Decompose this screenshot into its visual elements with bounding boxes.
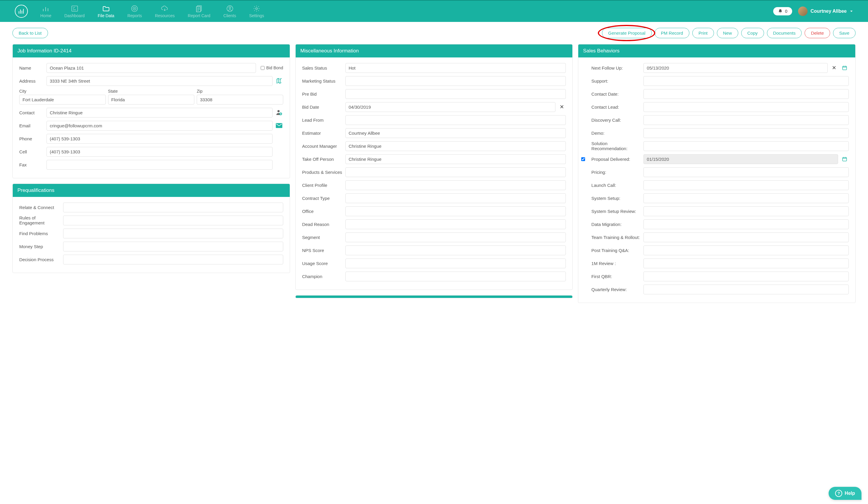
office-input[interactable] bbox=[345, 207, 566, 216]
svg-rect-13 bbox=[843, 66, 847, 70]
training-label: Team Training & Rollout: bbox=[591, 235, 641, 240]
phone-input[interactable] bbox=[46, 134, 272, 144]
training-input[interactable] bbox=[643, 232, 849, 242]
nav-resources[interactable]: Resources bbox=[148, 0, 181, 22]
biddate-input[interactable] bbox=[345, 102, 556, 112]
bid-bond-checkbox-wrap[interactable]: Bid Bond bbox=[261, 65, 283, 70]
job-info-card: Job Information ID-2414 Name Bid Bond Ad… bbox=[12, 44, 290, 178]
systemsetup-input[interactable] bbox=[643, 193, 849, 203]
delete-button[interactable]: Delete bbox=[805, 28, 830, 38]
quarterly-input[interactable] bbox=[643, 285, 849, 294]
postqa-input[interactable] bbox=[643, 245, 849, 255]
support-input[interactable] bbox=[643, 76, 849, 86]
preq-label: Rules of Engagement bbox=[19, 215, 61, 225]
generate-proposal-button[interactable]: Generate Proposal bbox=[602, 28, 652, 38]
proposal-label: Proposal Delivered: bbox=[591, 157, 641, 162]
launch-input[interactable] bbox=[643, 180, 849, 190]
copy-button[interactable]: Copy bbox=[741, 28, 764, 38]
documents-icon bbox=[195, 4, 203, 13]
solution-label: Solution Recommendation: bbox=[591, 141, 641, 151]
preq-input[interactable] bbox=[63, 216, 283, 225]
nav-reports[interactable]: Reports bbox=[121, 0, 148, 22]
map-icon[interactable] bbox=[275, 77, 283, 84]
pricing-label: Pricing: bbox=[591, 170, 641, 175]
cell-input[interactable] bbox=[46, 147, 272, 157]
contactlead-input[interactable] bbox=[643, 102, 849, 112]
demo-input[interactable] bbox=[643, 128, 849, 138]
add-contact-icon[interactable] bbox=[275, 109, 283, 116]
contact-input[interactable] bbox=[46, 108, 272, 117]
products-input[interactable] bbox=[345, 167, 566, 177]
preq-input[interactable] bbox=[63, 242, 283, 251]
contactdate-input[interactable] bbox=[643, 89, 849, 99]
proposal-delivered-checkbox[interactable] bbox=[581, 157, 585, 161]
save-button[interactable]: Save bbox=[833, 28, 856, 38]
nav-label: Reports bbox=[127, 13, 142, 18]
leadfrom-input[interactable] bbox=[345, 115, 566, 125]
prebid-input[interactable] bbox=[345, 89, 566, 99]
clear-icon[interactable]: ✕ bbox=[558, 104, 566, 110]
bid-bond-checkbox[interactable] bbox=[261, 66, 265, 70]
logo-icon[interactable] bbox=[15, 5, 28, 18]
nav-filedata[interactable]: File Data bbox=[91, 0, 121, 22]
preq-input[interactable] bbox=[63, 202, 283, 212]
next-card-stub bbox=[295, 295, 573, 298]
preq-label: Money Step bbox=[19, 244, 61, 249]
champion-input[interactable] bbox=[345, 272, 566, 281]
user-menu[interactable]: Courtney Allbee bbox=[798, 7, 853, 16]
contracttype-label: Contract Type bbox=[302, 196, 343, 201]
usage-input[interactable] bbox=[345, 259, 566, 268]
segment-input[interactable] bbox=[345, 232, 566, 242]
notifications-badge[interactable]: 0 bbox=[773, 7, 792, 15]
clientprofile-input[interactable] bbox=[345, 180, 566, 190]
clear-icon[interactable]: ✕ bbox=[830, 65, 838, 71]
pm-record-button[interactable]: PM Record bbox=[655, 28, 689, 38]
nextfollow-input[interactable] bbox=[643, 63, 828, 73]
support-label: Support: bbox=[591, 78, 641, 84]
target-icon bbox=[131, 4, 138, 13]
address-input[interactable] bbox=[46, 76, 272, 86]
acctmgr-input[interactable] bbox=[345, 141, 566, 151]
m1review-input[interactable] bbox=[643, 259, 849, 268]
demo-label: Demo: bbox=[591, 130, 641, 136]
sales-status-input[interactable] bbox=[345, 63, 566, 73]
fax-input[interactable] bbox=[46, 160, 272, 170]
documents-button[interactable]: Documents bbox=[767, 28, 802, 38]
city-label: City bbox=[19, 89, 106, 94]
print-button[interactable]: Print bbox=[692, 28, 714, 38]
deadreason-input[interactable] bbox=[345, 219, 566, 229]
systemreview-label: System Setup Review: bbox=[591, 209, 641, 214]
email-input[interactable] bbox=[46, 121, 272, 130]
city-input[interactable] bbox=[19, 95, 106, 105]
pricing-input[interactable] bbox=[643, 167, 849, 177]
discovery-input[interactable] bbox=[643, 115, 849, 125]
solution-input[interactable] bbox=[643, 141, 849, 151]
preq-input[interactable] bbox=[63, 255, 283, 264]
nav-settings[interactable]: Settings bbox=[242, 0, 271, 22]
new-button[interactable]: New bbox=[717, 28, 738, 38]
middle-column: Miscellaneous Information Sales Status M… bbox=[295, 44, 573, 298]
takeoff-input[interactable] bbox=[345, 154, 566, 164]
proposal-input[interactable] bbox=[643, 154, 838, 164]
datamig-input[interactable] bbox=[643, 219, 849, 229]
contracttype-input[interactable] bbox=[345, 193, 566, 203]
name-input[interactable] bbox=[46, 63, 256, 73]
marketing-status-input[interactable] bbox=[345, 76, 566, 86]
nav-dashboard[interactable]: Dashboard bbox=[58, 0, 91, 22]
calendar-icon[interactable] bbox=[840, 65, 849, 71]
nps-input[interactable] bbox=[345, 245, 566, 255]
preq-input[interactable] bbox=[63, 229, 283, 238]
estimator-input[interactable] bbox=[345, 128, 566, 138]
nav-home[interactable]: Home bbox=[34, 0, 58, 22]
firstqbr-input[interactable] bbox=[643, 272, 849, 281]
calendar-icon[interactable] bbox=[840, 156, 849, 162]
systemreview-input[interactable] bbox=[643, 207, 849, 216]
state-input[interactable] bbox=[108, 95, 195, 105]
bell-icon bbox=[778, 9, 783, 14]
nav-clients[interactable]: Clients bbox=[217, 0, 242, 22]
zip-input[interactable] bbox=[197, 95, 283, 105]
back-to-list-button[interactable]: Back to List bbox=[12, 28, 48, 38]
nav-reportcard[interactable]: Report Card bbox=[181, 0, 217, 22]
email-icon[interactable] bbox=[275, 123, 283, 128]
folder-icon bbox=[102, 4, 110, 13]
